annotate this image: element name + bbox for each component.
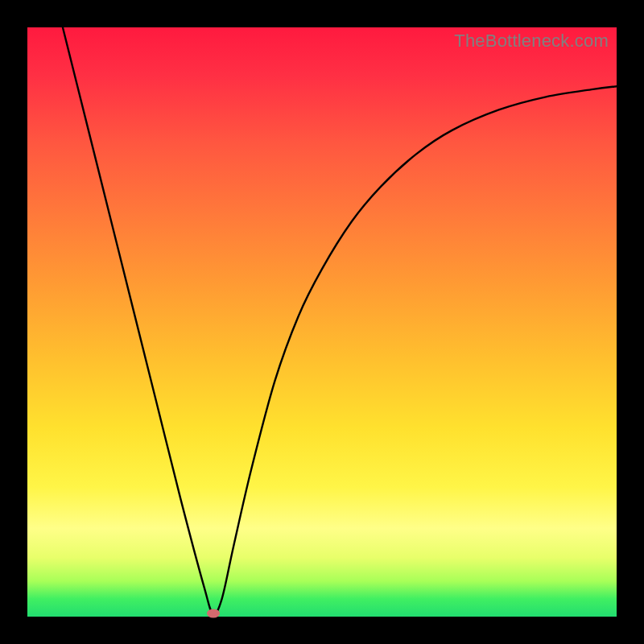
plot-area: TheBottleneck.com [27,27,617,617]
curve-path [63,27,617,614]
bottleneck-curve [27,27,617,617]
chart-frame: TheBottleneck.com [0,0,644,644]
minimum-marker [207,609,220,618]
